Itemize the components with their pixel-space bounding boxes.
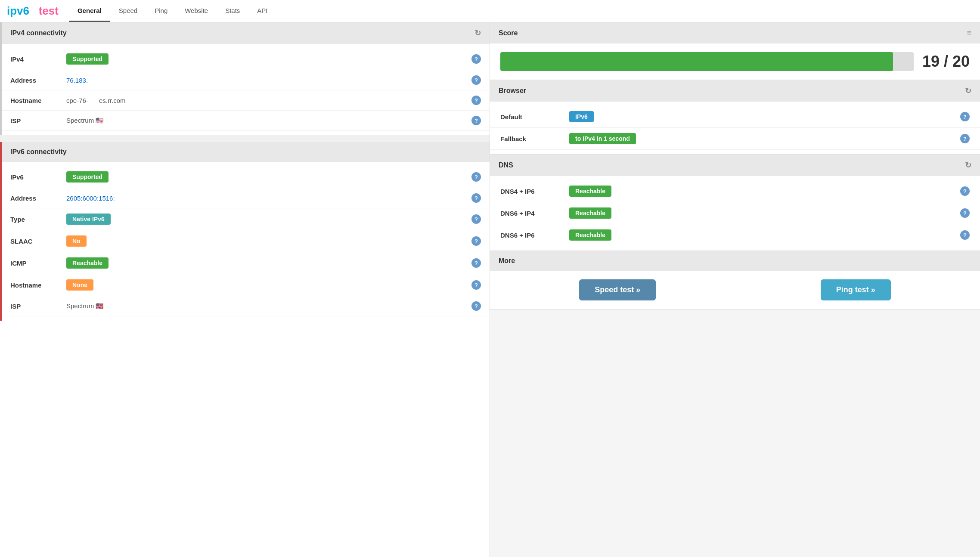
- table-row: ISP Spectrum 🇺🇸 ?: [2, 296, 490, 316]
- right-panel: Score ≡ 19 / 20 Browser ↻ Default IPv6: [490, 22, 980, 557]
- more-section: More Speed test » Ping test »: [490, 251, 980, 309]
- more-section-header: More: [490, 251, 980, 271]
- ipv6-type-help-icon[interactable]: ?: [471, 214, 481, 224]
- speed-test-button[interactable]: Speed test »: [579, 279, 656, 300]
- ipv6-slaac-value: No: [66, 235, 471, 247]
- more-title: More: [499, 257, 515, 265]
- ipv4-help-icon[interactable]: ?: [471, 54, 481, 64]
- nav-item-website[interactable]: Website: [176, 0, 217, 22]
- ipv6-section-header: IPv6 connectivity: [2, 142, 490, 162]
- ipv6-icmp-value: Reachable: [66, 257, 471, 269]
- score-list-icon[interactable]: ≡: [967, 28, 971, 37]
- ipv6-hostname-help-icon[interactable]: ?: [471, 280, 481, 290]
- ipv6-supported-badge: Supported: [66, 171, 109, 183]
- browser-fallback-label: Fallback: [500, 135, 569, 142]
- dns6-ip4-badge: Reachable: [569, 207, 611, 219]
- header: ipv6 test General Speed Ping Website Sta…: [0, 0, 980, 22]
- ipv6-help-icon[interactable]: ?: [471, 172, 481, 182]
- dns6-ip4-value: Reachable: [569, 207, 960, 219]
- ipv6-slaac-label: SLAAC: [10, 238, 66, 245]
- ipv4-isp-label: ISP: [10, 117, 66, 124]
- table-row: Address 2605:6000:1516: ?: [2, 188, 490, 208]
- table-row: DNS4 + IP6 Reachable ?: [490, 180, 980, 202]
- table-row: Default IPv6 ?: [490, 106, 980, 128]
- table-row: Type Native IPv6 ?: [2, 208, 490, 230]
- ipv4-hostname-help-icon[interactable]: ?: [471, 96, 481, 105]
- ipv4-address-link[interactable]: 76.183.: [66, 77, 88, 84]
- browser-default-help-icon[interactable]: ?: [960, 112, 970, 121]
- browser-refresh-icon[interactable]: ↻: [965, 86, 971, 96]
- browser-title: Browser: [499, 87, 526, 95]
- browser-fallback-help-icon[interactable]: ?: [960, 134, 970, 143]
- ipv4-hostname-text2: es.rr.com: [99, 97, 126, 104]
- table-row: Hostname cpe-76- es.rr.com ?: [2, 90, 490, 111]
- ipv4-hostname-text1: cpe-76-: [66, 97, 88, 104]
- ipv6-type-value: Native IPv6: [66, 214, 471, 225]
- ipv6-type-label: Type: [10, 216, 66, 223]
- dns6-ip6-badge: Reachable: [569, 229, 611, 241]
- browser-fallback-badge: to IPv4 in 1 second: [569, 133, 636, 144]
- ipv6-isp-value: Spectrum 🇺🇸: [66, 302, 471, 310]
- score-title: Score: [499, 29, 518, 37]
- browser-default-label: Default: [500, 113, 569, 121]
- score-value: 19 / 20: [922, 53, 970, 71]
- ipv6-isp-label: ISP: [10, 303, 66, 310]
- dns6-ip6-help-icon[interactable]: ?: [960, 230, 970, 240]
- dns-section-header: DNS ↻: [490, 155, 980, 176]
- main-content: IPv4 connectivity ↻ IPv4 Supported ? Add…: [0, 22, 980, 557]
- ipv4-isp-value: Spectrum 🇺🇸: [66, 117, 471, 124]
- ipv4-section-content: IPv4 Supported ? Address 76.183. ? Hos: [2, 44, 490, 135]
- ipv4-supported-badge: Supported: [66, 53, 109, 65]
- table-row: IPv6 Supported ?: [2, 166, 490, 188]
- dns-refresh-icon[interactable]: ↻: [965, 161, 971, 170]
- browser-section-header: Browser ↻: [490, 80, 980, 102]
- ipv6-slaac-badge: No: [66, 235, 87, 247]
- ipv4-section: IPv4 connectivity ↻ IPv4 Supported ? Add…: [0, 22, 490, 135]
- table-row: DNS6 + IP4 Reachable ?: [490, 202, 980, 224]
- browser-fallback-value: to IPv4 in 1 second: [569, 133, 960, 144]
- ipv6-section-title: IPv6 connectivity: [10, 148, 67, 156]
- dns-title: DNS: [499, 161, 513, 169]
- ipv4-address-value: 76.183.: [66, 77, 471, 84]
- nav-item-speed[interactable]: Speed: [110, 0, 146, 22]
- table-row: Hostname None ?: [2, 274, 490, 296]
- ipv6-value: Supported: [66, 171, 471, 183]
- table-row: Address 76.183. ?: [2, 70, 490, 90]
- nav-item-general[interactable]: General: [69, 0, 110, 22]
- browser-section-content: Default IPv6 ? Fallback to IPv4 in 1 sec…: [490, 102, 980, 154]
- ipv4-label: IPv4: [10, 56, 66, 63]
- ipv4-hostname-label: Hostname: [10, 97, 66, 104]
- ipv6-address-help-icon[interactable]: ?: [471, 193, 481, 203]
- left-panel: IPv4 connectivity ↻ IPv4 Supported ? Add…: [0, 22, 490, 557]
- ipv6-address-link[interactable]: 2605:6000:1516:: [66, 195, 115, 202]
- ipv6-hostname-badge: None: [66, 279, 93, 291]
- logo-test: test: [39, 4, 59, 17]
- table-row: SLAAC No ?: [2, 230, 490, 252]
- separator: [0, 135, 490, 142]
- ipv4-address-help-icon[interactable]: ?: [471, 75, 481, 85]
- ipv4-isp-help-icon[interactable]: ?: [471, 116, 481, 125]
- score-bar-fill: [500, 52, 893, 71]
- ipv6-icmp-badge: Reachable: [66, 257, 109, 269]
- dns-section-content: DNS4 + IP6 Reachable ? DNS6 + IP4 Reacha…: [490, 176, 980, 251]
- ping-test-button[interactable]: Ping test »: [821, 279, 891, 300]
- nav-item-stats[interactable]: Stats: [217, 0, 248, 22]
- dns4-ip6-help-icon[interactable]: ?: [960, 186, 970, 196]
- logo: ipv6 test: [7, 4, 59, 18]
- nav-item-api[interactable]: API: [248, 0, 276, 22]
- dns4-ip6-badge: Reachable: [569, 186, 611, 197]
- ipv6-isp-help-icon[interactable]: ?: [471, 301, 481, 311]
- ipv6-slaac-help-icon[interactable]: ?: [471, 236, 481, 246]
- ipv6-icmp-help-icon[interactable]: ?: [471, 258, 481, 268]
- dns6-ip4-help-icon[interactable]: ?: [960, 208, 970, 218]
- dns-section: DNS ↻ DNS4 + IP6 Reachable ? DNS6 + IP4 …: [490, 155, 980, 251]
- dns6-ip4-label: DNS6 + IP4: [500, 210, 569, 217]
- ipv6-section: IPv6 connectivity IPv6 Supported ? Addre…: [0, 142, 490, 321]
- table-row: DNS6 + IP6 Reachable ?: [490, 224, 980, 246]
- browser-section: Browser ↻ Default IPv6 ? Fallback to IPv…: [490, 80, 980, 155]
- table-row: IPv4 Supported ?: [2, 48, 490, 70]
- nav-item-ping[interactable]: Ping: [146, 0, 176, 22]
- ipv6-hostname-value: None: [66, 279, 471, 291]
- ipv4-refresh-icon[interactable]: ↻: [474, 28, 481, 38]
- ipv6-address-label: Address: [10, 195, 66, 202]
